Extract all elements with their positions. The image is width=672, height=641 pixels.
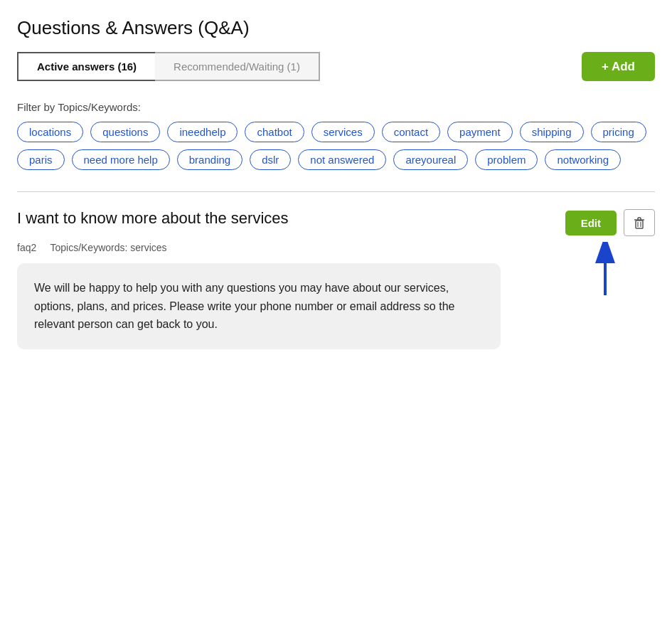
keyword-tag[interactable]: paris: [17, 149, 65, 170]
keyword-tag[interactable]: areyoureal: [393, 149, 468, 170]
edit-button[interactable]: Edit: [565, 211, 617, 235]
keyword-tag[interactable]: not answered: [298, 149, 386, 170]
filter-section: Filter by Topics/Keywords: locationsques…: [17, 101, 655, 170]
keyword-tag[interactable]: contact: [382, 122, 440, 142]
keyword-tag[interactable]: shipping: [520, 122, 584, 142]
svg-rect-2: [636, 221, 643, 228]
tab-active-answers[interactable]: Active answers (16): [17, 52, 155, 81]
keyword-tag[interactable]: locations: [17, 122, 83, 142]
arrow-annotation: [584, 242, 626, 299]
delete-button[interactable]: [624, 209, 655, 236]
filter-label: Filter by Topics/Keywords:: [17, 101, 655, 113]
page-title: Questions & Answers (Q&A): [17, 17, 655, 39]
qa-keywords: Topics/Keywords: services: [50, 242, 166, 253]
qa-answer: We will be happy to help you with any qu…: [17, 263, 501, 349]
qa-actions: Edit: [565, 209, 655, 236]
tabs-row: Active answers (16) Recommended/Waiting …: [17, 52, 655, 81]
keyword-tag[interactable]: need more help: [72, 149, 170, 170]
keyword-tag[interactable]: branding: [177, 149, 242, 170]
divider: [17, 191, 655, 192]
qa-header: I want to know more about the services E…: [17, 209, 655, 236]
keyword-tag[interactable]: questions: [90, 122, 160, 142]
add-button[interactable]: + Add: [582, 52, 655, 81]
keyword-tag[interactable]: services: [311, 122, 375, 142]
keyword-tag[interactable]: problem: [475, 149, 538, 170]
keyword-tag[interactable]: dslr: [250, 149, 291, 170]
trash-icon: [631, 215, 647, 231]
keyword-tag[interactable]: chatbot: [245, 122, 304, 142]
tab-recommended[interactable]: Recommended/Waiting (1): [155, 52, 320, 81]
keywords-container: locationsquestionsineedhelpchatbotservic…: [17, 122, 655, 170]
qa-title-block: I want to know more about the services: [17, 209, 289, 228]
qa-id: faq2: [17, 242, 36, 253]
keyword-tag[interactable]: notworking: [545, 149, 621, 170]
qa-title: I want to know more about the services: [17, 209, 289, 228]
keyword-tag[interactable]: pricing: [591, 122, 646, 142]
keyword-tag[interactable]: payment: [447, 122, 513, 142]
qa-meta: faq2 Topics/Keywords: services: [17, 242, 655, 253]
qa-item: I want to know more about the services E…: [17, 209, 655, 364]
keyword-tag[interactable]: ineedhelp: [167, 122, 238, 142]
